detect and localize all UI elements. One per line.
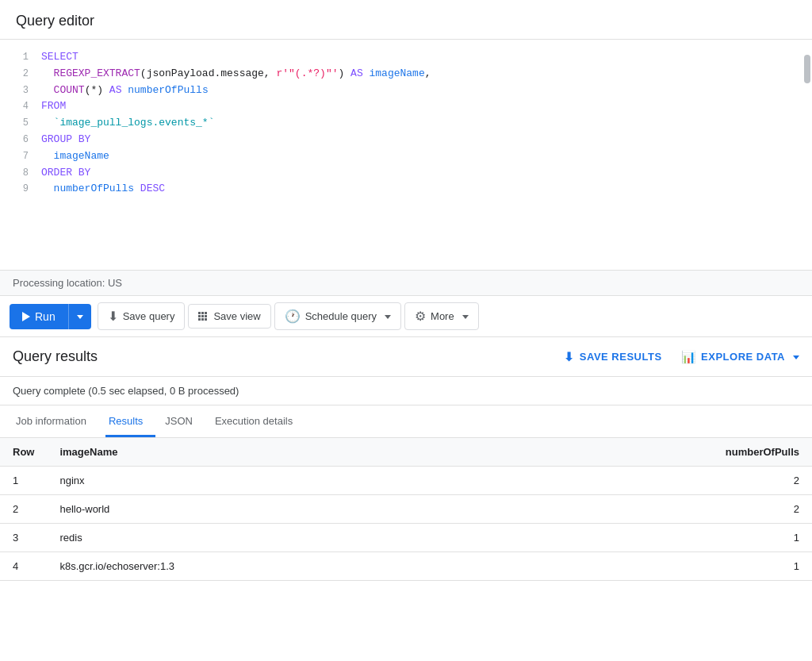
tab-job-information[interactable]: Job information [13,405,99,437]
cell-row-1: 1 [0,467,47,495]
code-line-4: 4 FROM [0,98,812,115]
toolbar: Run ⬇ Save query Save vie [0,296,812,337]
line-content-3: COUNT(*) AS numberOfPulls [41,83,802,99]
cell-pulls-2: 2 [221,495,812,524]
code-line-2: 2 REGEXP_EXTRACT(jsonPayload.message, r'… [0,66,812,83]
line-number-5: 5 [10,116,29,131]
cell-imagename-1: nginx [47,467,221,495]
explore-data-button[interactable]: 📊 EXPLORE DATA [681,350,799,364]
code-line-7: 7 imageName [0,148,812,165]
download-icon: ⬇ [108,309,118,324]
processing-location: Processing location: US [0,271,812,296]
run-dropdown-button[interactable] [69,304,91,329]
line-number-7: 7 [10,149,29,164]
code-line-9: 9 numberOfPulls DESC [0,181,812,198]
code-line-8: 8 ORDER BY [0,165,812,182]
line-content-6: GROUP BY [41,132,802,148]
line-number-2: 2 [10,67,29,82]
more-chevron-icon [462,310,469,322]
line-content-2: REGEXP_EXTRACT(jsonPayload.message, r'"(… [41,66,802,83]
line-number-1: 1 [10,50,29,65]
save-view-button[interactable]: Save view [188,304,270,329]
grid-icon [198,312,207,321]
code-editor[interactable]: 1 SELECT 2 REGEXP_EXTRACT(jsonPayload.me… [0,40,812,270]
line-content-9: numberOfPulls DESC [41,181,802,198]
line-content-1: SELECT [41,49,802,66]
cell-imagename-2: hello-world [47,495,221,524]
results-header: Query results ⬇ SAVE RESULTS 📊 EXPLORE D… [0,337,812,377]
cell-row-3: 3 [0,524,47,552]
line-number-9: 9 [10,182,29,197]
page-wrapper: Query editor 1 SELECT 2 REGEXP_EXTRACT(j… [0,0,812,661]
line-number-6: 6 [10,133,29,148]
line-number-4: 4 [10,99,29,114]
run-button[interactable]: Run [10,304,69,329]
query-editor-header: Query editor [0,0,812,39]
table-row: 1 nginx 2 [0,467,812,495]
more-button[interactable]: ⚙ More [404,302,479,330]
keyword: SELECT [41,51,79,63]
table-row: 4 k8s.gcr.io/echoserver:1.3 1 [0,552,812,581]
fn-regexp: REGEXP_EXTRACT [54,67,140,79]
cell-pulls-1: 2 [221,467,812,495]
save-query-button[interactable]: ⬇ Save query [98,302,186,330]
explore-chevron-icon [793,351,799,363]
code-line-1: 1 SELECT [0,49,812,66]
table-header-row: Row imageName numberOfPulls [0,438,812,467]
line-number-8: 8 [10,166,29,181]
cell-row-2: 2 [0,495,47,524]
tabs-row: Job information Results JSON Execution d… [0,405,812,438]
play-icon [22,312,30,321]
line-content-7: imageName [41,148,802,165]
run-button-group: Run [10,304,91,329]
query-status: Query complete (0.5 sec elapsed, 0 B pro… [0,377,812,405]
tab-json[interactable]: JSON [162,405,205,437]
tab-execution-details[interactable]: Execution details [212,405,305,437]
line-number-3: 3 [10,83,29,98]
clock-icon: 🕐 [285,309,301,324]
save-results-button[interactable]: ⬇ SAVE RESULTS [564,350,661,364]
cell-row-4: 4 [0,552,47,581]
results-section: Query results ⬇ SAVE RESULTS 📊 EXPLORE D… [0,337,812,581]
col-header-numberofpulls: numberOfPulls [221,438,812,467]
code-line-5: 5 `image_pull_logs.events_*` [0,115,812,132]
save-results-icon: ⬇ [564,350,575,364]
line-content-5: `image_pull_logs.events_*` [41,115,802,132]
col-header-row: Row [0,438,47,467]
schedule-chevron-icon [385,310,391,322]
line-content-4: FROM [41,98,802,115]
editor-container[interactable]: 1 SELECT 2 REGEXP_EXTRACT(jsonPayload.me… [0,39,812,271]
cell-imagename-4: k8s.gcr.io/echoserver:1.3 [47,552,221,581]
chevron-down-icon [77,311,83,322]
page-title: Query editor [16,13,94,29]
gear-icon: ⚙ [415,309,426,324]
schedule-query-button[interactable]: 🕐 Schedule query [274,302,401,330]
table-row: 2 hello-world 2 [0,495,812,524]
code-line-3: 3 COUNT(*) AS numberOfPulls [0,83,812,99]
cell-imagename-3: redis [47,524,221,552]
code-line-6: 6 GROUP BY [0,132,812,148]
tab-results[interactable]: Results [105,405,155,437]
results-table: Row imageName numberOfPulls 1 ng [0,438,812,581]
editor-wrapper: 1 SELECT 2 REGEXP_EXTRACT(jsonPayload.me… [0,39,812,271]
scroll-handle[interactable] [804,55,810,83]
col-header-imagename: imageName [47,438,221,467]
chart-icon: 📊 [681,350,697,364]
line-content-8: ORDER BY [41,165,802,182]
cell-pulls-3: 1 [221,524,812,552]
table-row: 3 redis 1 [0,524,812,552]
results-title: Query results [13,348,98,365]
cell-pulls-4: 1 [221,552,812,581]
